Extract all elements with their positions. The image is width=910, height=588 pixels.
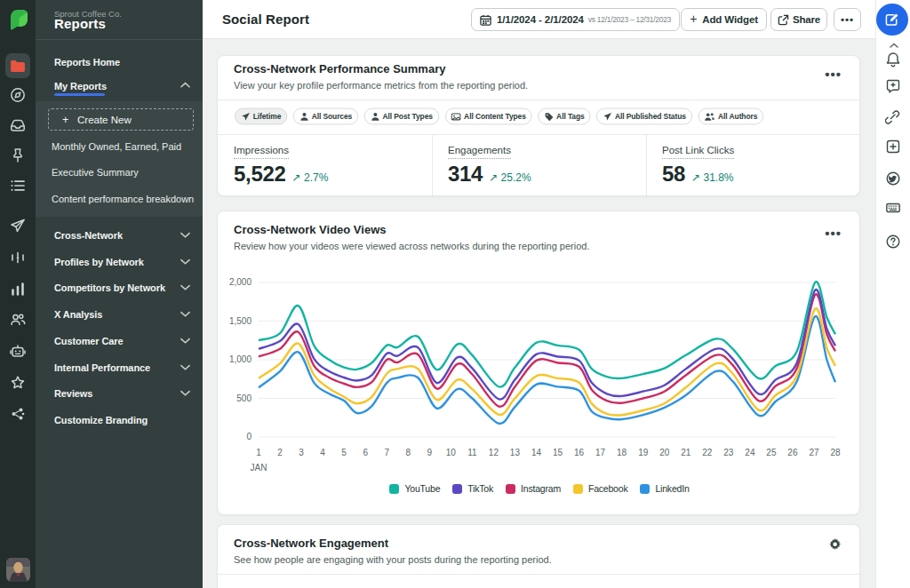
- svg-text:20: 20: [659, 448, 670, 457]
- svg-text:19: 19: [638, 448, 649, 457]
- svg-text:14: 14: [531, 448, 542, 457]
- svg-text:1: 1: [256, 448, 261, 457]
- svg-text:15: 15: [553, 448, 563, 457]
- svg-text:25: 25: [766, 448, 777, 457]
- svg-text:5: 5: [341, 448, 347, 457]
- svg-text:12: 12: [489, 448, 499, 457]
- svg-text:0: 0: [246, 432, 251, 441]
- svg-text:11: 11: [467, 448, 477, 457]
- svg-text:27: 27: [809, 448, 819, 457]
- svg-text:1,500: 1,500: [229, 316, 251, 326]
- svg-text:17: 17: [595, 448, 606, 457]
- svg-text:2: 2: [277, 448, 283, 457]
- svg-text:1,000: 1,000: [229, 354, 251, 364]
- svg-text:18: 18: [617, 448, 627, 457]
- svg-text:24: 24: [745, 448, 755, 457]
- svg-text:8: 8: [406, 448, 411, 457]
- svg-text:26: 26: [787, 448, 798, 457]
- svg-text:500: 500: [236, 393, 251, 403]
- svg-text:13: 13: [510, 448, 521, 457]
- svg-text:21: 21: [681, 448, 691, 457]
- svg-text:9: 9: [427, 448, 433, 457]
- svg-text:28: 28: [830, 448, 841, 457]
- svg-text:16: 16: [574, 448, 585, 457]
- svg-text:4: 4: [320, 448, 325, 457]
- svg-text:3: 3: [299, 448, 304, 457]
- svg-text:7: 7: [384, 448, 389, 457]
- svg-text:JAN: JAN: [251, 463, 267, 473]
- svg-text:10: 10: [446, 448, 457, 457]
- svg-text:23: 23: [723, 448, 734, 457]
- svg-text:2,000: 2,000: [229, 277, 251, 287]
- svg-text:22: 22: [702, 448, 713, 457]
- svg-text:6: 6: [363, 448, 368, 457]
